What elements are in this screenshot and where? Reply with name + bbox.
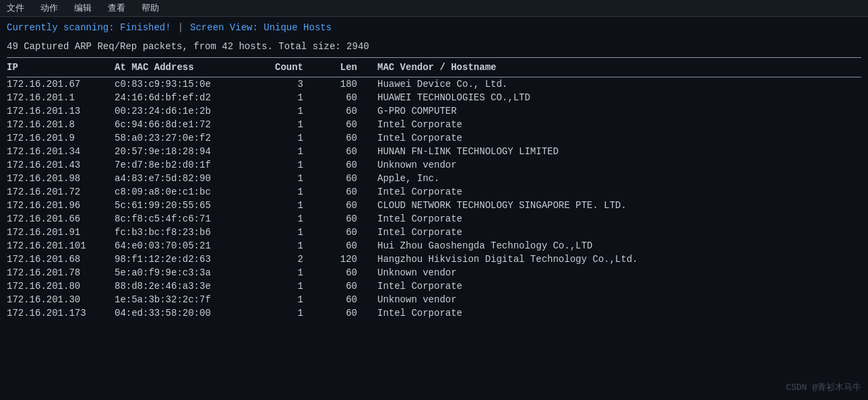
cell-mac: 5c:61:99:20:55:65 [115, 200, 263, 211]
scanning-status: Currently scanning: Finished! [7, 22, 171, 33]
cell-mac: 58:a0:23:27:0e:f2 [115, 133, 263, 143]
cell-count: 1 [263, 227, 317, 238]
cell-count: 1 [263, 240, 317, 251]
cell-vendor: Intel Corporate [371, 119, 861, 130]
table-row[interactable]: 172.16.201.67 c0:83:c9:93:15:0e 3 180 Hu… [7, 77, 861, 91]
cell-len: 60 [317, 119, 371, 130]
header-ip: IP [7, 62, 115, 73]
cell-vendor: Intel Corporate [371, 227, 861, 238]
cell-len: 60 [317, 173, 371, 184]
table-row[interactable]: 172.16.201.9 58:a0:23:27:0e:f2 1 60 Inte… [7, 131, 861, 145]
cell-count: 1 [263, 187, 317, 197]
cell-count: 2 [263, 254, 317, 265]
table-row[interactable]: 172.16.201.66 8c:f8:c5:4f:c6:71 1 60 Int… [7, 212, 861, 226]
cell-mac: 7e:d7:8e:b2:d0:1f [115, 160, 263, 170]
cell-len: 60 [317, 227, 371, 238]
cell-vendor: Hui Zhou Gaoshengda Technology Co.,LTD [371, 240, 861, 251]
cell-ip: 172.16.201.13 [7, 106, 115, 116]
cell-mac: 98:f1:12:2e:d2:63 [115, 254, 263, 265]
cell-ip: 172.16.201.67 [7, 79, 115, 90]
table-header: IP At MAC Address Count Len MAC Vendor /… [7, 57, 861, 77]
cell-mac: 1e:5a:3b:32:2c:7f [115, 294, 263, 305]
status-separator: | [178, 22, 183, 33]
cell-ip: 172.16.201.96 [7, 200, 115, 211]
cell-len: 60 [317, 281, 371, 292]
table-row[interactable]: 172.16.201.30 1e:5a:3b:32:2c:7f 1 60 Unk… [7, 293, 861, 306]
cell-len: 60 [317, 133, 371, 143]
cell-vendor: Intel Corporate [371, 213, 861, 224]
cell-len: 180 [317, 79, 371, 90]
table-row[interactable]: 172.16.201.91 fc:b3:bc:f8:23:b6 1 60 Int… [7, 226, 861, 239]
watermark: CSDN @青衫木马牛 [786, 381, 861, 393]
table-row[interactable]: 172.16.201.173 04:ed:33:58:20:00 1 60 In… [7, 306, 861, 320]
table-row[interactable]: 172.16.201.34 20:57:9e:18:28:94 1 60 HUN… [7, 145, 861, 158]
table-row[interactable]: 172.16.201.72 c8:09:a8:0e:c1:bc 1 60 Int… [7, 185, 861, 199]
cell-mac: 5e:a0:f9:9e:c3:3a [115, 267, 263, 278]
table-row[interactable]: 172.16.201.96 5c:61:99:20:55:65 1 60 CLO… [7, 199, 861, 212]
cell-vendor: Apple, Inc. [371, 173, 861, 184]
cell-len: 60 [317, 213, 371, 224]
table-row[interactable]: 172.16.201.1 24:16:6d:bf:ef:d2 1 60 HUAW… [7, 91, 861, 104]
cell-len: 60 [317, 146, 371, 157]
header-mac: At MAC Address [115, 62, 263, 73]
header-len: Len [317, 62, 371, 73]
cell-vendor: Unknown vendor [371, 160, 861, 170]
cell-ip: 172.16.201.80 [7, 281, 115, 292]
menu-action[interactable]: 动作 [38, 1, 61, 15]
table-container: IP At MAC Address Count Len MAC Vendor /… [0, 57, 868, 320]
cell-ip: 172.16.201.43 [7, 160, 115, 170]
cell-mac: 6c:94:66:8d:e1:72 [115, 119, 263, 130]
table-row[interactable]: 172.16.201.101 64:e0:03:70:05:21 1 60 Hu… [7, 239, 861, 253]
cell-ip: 172.16.201.98 [7, 173, 115, 184]
summary-bar: 49 Captured ARP Req/Rep packets, from 42… [0, 38, 868, 57]
cell-ip: 172.16.201.173 [7, 308, 115, 319]
table-row[interactable]: 172.16.201.68 98:f1:12:2e:d2:63 2 120 Ha… [7, 253, 861, 266]
table-row[interactable]: 172.16.201.43 7e:d7:8e:b2:d0:1f 1 60 Unk… [7, 158, 861, 172]
cell-vendor: CLOUD NETWORK TECHNOLOGY SINGAPORE PTE. … [371, 200, 861, 211]
table-row[interactable]: 172.16.201.78 5e:a0:f9:9e:c3:3a 1 60 Unk… [7, 266, 861, 279]
cell-ip: 172.16.201.101 [7, 240, 115, 251]
cell-count: 1 [263, 92, 317, 103]
cell-len: 60 [317, 267, 371, 278]
cell-len: 60 [317, 308, 371, 319]
header-vendor: MAC Vendor / Hostname [371, 62, 861, 73]
cell-mac: fc:b3:bc:f8:23:b6 [115, 227, 263, 238]
table-row[interactable]: 172.16.201.80 88:d8:2e:46:a3:3e 1 60 Int… [7, 279, 861, 293]
menu-help[interactable]: 帮助 [139, 1, 162, 15]
cell-ip: 172.16.201.8 [7, 119, 115, 130]
cell-vendor: Intel Corporate [371, 281, 861, 292]
menu-file[interactable]: 文件 [4, 1, 27, 15]
cell-len: 120 [317, 254, 371, 265]
cell-ip: 172.16.201.72 [7, 187, 115, 197]
status-bar: Currently scanning: Finished! | Screen V… [0, 17, 868, 38]
cell-vendor: Intel Corporate [371, 133, 861, 143]
cell-mac: 04:ed:33:58:20:00 [115, 308, 263, 319]
cell-vendor: HUNAN FN-LINK TECHNOLOGY LIMITED [371, 146, 861, 157]
table-row[interactable]: 172.16.201.8 6c:94:66:8d:e1:72 1 60 Inte… [7, 118, 861, 131]
summary-text: 49 Captured ARP Req/Rep packets, from 42… [7, 41, 369, 52]
cell-count: 3 [263, 79, 317, 90]
cell-count: 1 [263, 173, 317, 184]
table-row[interactable]: 172.16.201.13 00:23:24:d6:1e:2b 1 60 G-P… [7, 104, 861, 118]
cell-count: 1 [263, 160, 317, 170]
cell-mac: c0:83:c9:93:15:0e [115, 79, 263, 90]
table-body: 172.16.201.67 c0:83:c9:93:15:0e 3 180 Hu… [7, 77, 861, 320]
cell-count: 1 [263, 119, 317, 130]
menu-bar: 文件 动作 编辑 查看 帮助 [0, 0, 868, 17]
cell-len: 60 [317, 200, 371, 211]
cell-len: 60 [317, 187, 371, 197]
cell-len: 60 [317, 294, 371, 305]
header-count: Count [263, 62, 317, 73]
cell-ip: 172.16.201.66 [7, 213, 115, 224]
cell-mac: a4:83:e7:5d:82:90 [115, 173, 263, 184]
cell-count: 1 [263, 281, 317, 292]
table-row[interactable]: 172.16.201.98 a4:83:e7:5d:82:90 1 60 App… [7, 172, 861, 185]
menu-view[interactable]: 查看 [105, 1, 128, 15]
menu-edit[interactable]: 编辑 [71, 1, 94, 15]
cell-vendor: Intel Corporate [371, 308, 861, 319]
cell-mac: 64:e0:03:70:05:21 [115, 240, 263, 251]
cell-mac: 24:16:6d:bf:ef:d2 [115, 92, 263, 103]
cell-len: 60 [317, 160, 371, 170]
screen-view-label: Screen View: Unique Hosts [190, 22, 332, 33]
cell-mac: c8:09:a8:0e:c1:bc [115, 187, 263, 197]
